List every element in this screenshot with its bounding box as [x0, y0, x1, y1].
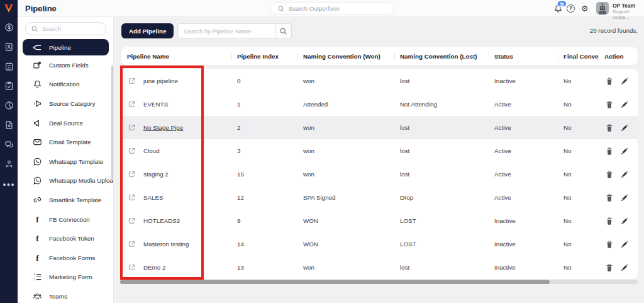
sidebar-item-label: Custom Fields — [49, 62, 89, 69]
contacts-icon[interactable] — [4, 42, 14, 52]
add-pipeline-button[interactable]: Add Pipeline — [121, 23, 174, 38]
sidebar-item-label: FB Connection — [49, 216, 90, 223]
delete-icon[interactable] — [605, 147, 614, 156]
naming-lost-cell: LOST — [394, 241, 489, 248]
sidebar-item-email-template[interactable]: Email Template — [18, 132, 113, 152]
svg-text:2: 2 — [34, 278, 36, 281]
table-body: june pipeline 0 won lost Inactive No EVE… — [121, 69, 638, 279]
analytics-pie-icon[interactable] — [4, 101, 14, 110]
delete-icon[interactable] — [605, 123, 614, 132]
delete-icon[interactable] — [605, 100, 614, 109]
sidebar-item-facebook-forms[interactable]: f Facebook Forms — [18, 248, 113, 268]
edit-icon[interactable] — [620, 193, 629, 202]
pipeline-name-link[interactable]: HOTLEADS2 — [143, 217, 180, 224]
global-search[interactable] — [270, 2, 394, 15]
external-link-icon[interactable] — [128, 147, 136, 155]
pipeline-name-link[interactable]: EVENTS — [143, 101, 168, 108]
sidebar-item-custom-fields[interactable]: Custom Fields — [18, 55, 113, 75]
external-link-icon[interactable] — [128, 170, 136, 178]
settings-gear-icon[interactable]: ⚙ — [580, 4, 589, 13]
sidebar-item-label: Whatsapp Template — [49, 158, 103, 165]
sidebar-item-teams[interactable]: Teams — [18, 287, 113, 303]
sidebar-item-source-category[interactable]: Source Category — [18, 94, 113, 113]
chat-icon[interactable] — [4, 140, 14, 149]
tasks-icon[interactable] — [4, 81, 14, 91]
external-link-icon[interactable] — [128, 240, 136, 248]
global-search-input[interactable] — [289, 5, 383, 12]
organization-icon[interactable] — [4, 159, 14, 169]
sidebar-item-label: Whatsapp Media Upload — [49, 177, 114, 184]
delete-icon[interactable] — [605, 240, 614, 249]
external-link-icon[interactable] — [128, 123, 136, 132]
sidebar-item-pipeline[interactable]: Pipeline — [23, 39, 109, 55]
edit-icon[interactable] — [620, 217, 629, 226]
user-name[interactable]: OP Team — [613, 3, 635, 9]
document-settings-icon[interactable] — [4, 120, 14, 130]
sidebar-item-deal-source[interactable]: Deal Source — [18, 113, 113, 133]
sidebar-search-input[interactable] — [42, 25, 102, 32]
pipeline-index-cell: 12 — [231, 194, 297, 201]
horizontal-scrollbar-thumb[interactable] — [120, 280, 550, 284]
edit-icon[interactable] — [620, 77, 629, 86]
column-header-final-conversion: Final Conversio — [558, 53, 599, 60]
edit-icon[interactable] — [620, 147, 629, 156]
external-link-icon[interactable] — [128, 193, 136, 202]
naming-won-cell: WON — [297, 241, 394, 248]
edit-icon[interactable] — [620, 170, 629, 179]
sidebar-scrollbar[interactable] — [111, 66, 113, 179]
icon-rail: ●●● — [0, 0, 18, 303]
sidebar-item-whatsapp-template[interactable]: Whatsapp Template — [18, 152, 113, 171]
pipeline-name-link[interactable]: DEmo 2 — [143, 264, 165, 271]
link-icon — [33, 195, 42, 205]
planner-icon[interactable] — [4, 62, 14, 71]
external-link-icon[interactable] — [128, 77, 136, 85]
delete-icon[interactable] — [605, 77, 614, 86]
column-header-naming-lost: Naming Convention (Lost) — [394, 53, 489, 60]
sidebar-item-notification[interactable]: Notification — [18, 75, 113, 94]
status-cell: Active — [489, 171, 558, 178]
external-link-icon[interactable] — [128, 100, 136, 108]
search-submit-button[interactable] — [275, 23, 292, 38]
delete-icon[interactable] — [605, 170, 614, 179]
table-row: EVENTS 1 Attended Not Attending Active N… — [121, 93, 638, 116]
more-options-icon[interactable]: ●●● — [3, 181, 14, 188]
delete-icon[interactable] — [605, 217, 614, 226]
edit-icon[interactable] — [620, 123, 629, 132]
page-title: Pipeline — [25, 4, 57, 13]
naming-lost-cell: lost — [394, 147, 489, 154]
whatsapp-icon — [33, 157, 42, 166]
user-avatar[interactable] — [596, 2, 609, 14]
table-row: Masteron testing 14 WON LOST Inactive No — [121, 232, 638, 256]
sidebar-item-label: Deal Source — [49, 120, 83, 127]
naming-won-cell: won — [297, 147, 394, 154]
sidebar-item-whatsapp-media-upload[interactable]: Whatsapp Media Upload — [18, 171, 113, 191]
edit-box-icon — [33, 60, 42, 70]
brand-logo[interactable] — [3, 3, 14, 14]
sidebar-item-fb-connection[interactable]: f FB Connection — [18, 210, 113, 229]
final-conversion-cell: No — [558, 194, 599, 201]
pipeline-name-link[interactable]: june pipeline — [143, 77, 178, 84]
edit-icon[interactable] — [620, 263, 629, 272]
pipeline-name-link[interactable]: Masteron testing — [143, 241, 189, 248]
delete-icon[interactable] — [605, 263, 614, 272]
pipeline-name-link[interactable]: No Stage Pipe — [143, 124, 183, 131]
pipeline-name-link[interactable]: Cloud — [143, 147, 160, 154]
sidebar-item-facebook-token[interactable]: f Facebook Token — [18, 229, 113, 248]
pipeline-name-link[interactable]: staging 2 — [143, 171, 169, 178]
horizontal-scrollbar-track[interactable] — [120, 280, 638, 284]
pipeline-branch-icon — [33, 43, 42, 52]
delete-icon[interactable] — [605, 193, 614, 202]
sidebar-item-smartlink-template[interactable]: Smartlink Template — [18, 190, 113, 210]
external-link-icon[interactable] — [128, 217, 136, 225]
billing-icon[interactable] — [4, 23, 14, 32]
help-icon[interactable]: ? — [567, 4, 575, 13]
external-link-icon[interactable] — [128, 263, 136, 272]
sidebar-search[interactable] — [25, 22, 106, 35]
table-row: DEmo 2 13 won lost Inactive No — [121, 256, 638, 279]
sidebar-item-marketing-form[interactable]: 12 Marketing Form — [18, 268, 113, 287]
pipeline-name-link[interactable]: SALES — [143, 194, 164, 201]
edit-icon[interactable] — [620, 240, 629, 249]
pipeline-search-input[interactable] — [177, 23, 275, 38]
table-row: No Stage Pipe 2 won lost Active No — [121, 116, 638, 139]
edit-icon[interactable] — [620, 100, 629, 109]
